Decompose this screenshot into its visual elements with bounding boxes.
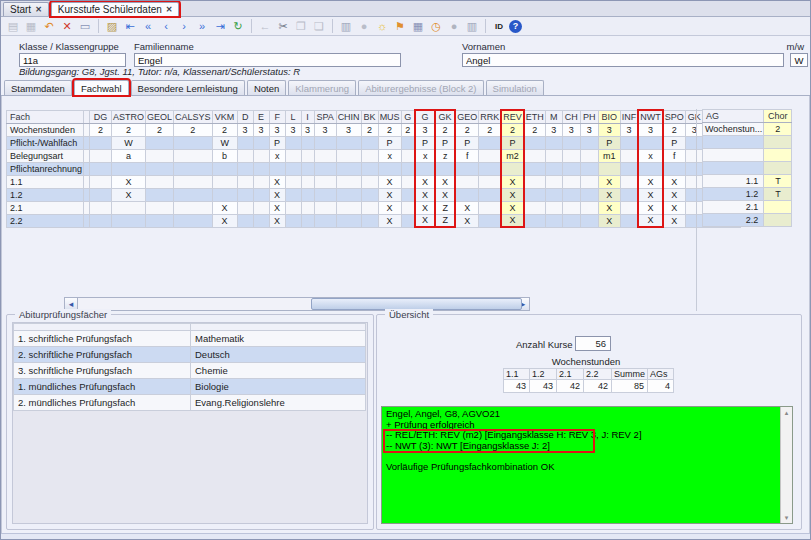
abitur-fach-value[interactable]: Mathematik xyxy=(191,331,366,347)
course-cell[interactable] xyxy=(545,149,562,162)
course-cell[interactable]: X xyxy=(663,175,686,188)
course-cell[interactable]: 2 xyxy=(663,123,686,136)
course-cell[interactable]: 2 xyxy=(90,123,112,136)
course-cell[interactable] xyxy=(401,188,415,201)
ag-cell[interactable] xyxy=(764,149,792,162)
course-cell[interactable] xyxy=(301,201,314,214)
course-cell[interactable] xyxy=(212,162,237,175)
doc-tab-kursstufe-sch-lerdaten[interactable]: Kursstufe Schülerdaten✕ xyxy=(51,2,180,16)
course-cell[interactable]: X xyxy=(415,188,435,201)
course-cell[interactable]: X xyxy=(378,188,401,201)
course-cell[interactable]: z xyxy=(435,149,455,162)
course-cell[interactable] xyxy=(620,162,638,175)
course-cell[interactable]: P xyxy=(378,136,401,149)
course-cell[interactable] xyxy=(314,201,336,214)
course-cell[interactable] xyxy=(401,136,415,149)
course-cell[interactable]: x xyxy=(269,149,285,162)
course-cell[interactable] xyxy=(237,188,253,201)
course-cell[interactable]: P xyxy=(501,136,524,149)
course-cell[interactable] xyxy=(90,214,112,227)
course-cell[interactable] xyxy=(237,175,253,188)
course-cell[interactable]: 3 xyxy=(253,123,269,136)
course-cell[interactable] xyxy=(285,162,301,175)
course-cell[interactable] xyxy=(361,136,378,149)
course-cell[interactable]: X xyxy=(638,175,663,188)
course-cell[interactable] xyxy=(285,136,301,149)
course-cell[interactable]: X xyxy=(212,214,237,227)
course-cell[interactable] xyxy=(361,175,378,188)
course-cell[interactable] xyxy=(112,201,146,214)
course-cell[interactable] xyxy=(112,162,146,175)
course-cell[interactable] xyxy=(685,149,703,162)
course-cell[interactable] xyxy=(580,136,598,149)
course-cell[interactable]: X xyxy=(663,188,686,201)
course-cell[interactable]: 2 xyxy=(435,123,455,136)
ag-cell[interactable] xyxy=(764,214,792,227)
course-cell[interactable]: 2 xyxy=(212,123,237,136)
course-cell[interactable]: b xyxy=(212,149,237,162)
course-cell[interactable] xyxy=(90,201,112,214)
course-cell[interactable] xyxy=(90,149,112,162)
course-cell[interactable] xyxy=(253,188,269,201)
course-cell[interactable] xyxy=(90,162,112,175)
course-cell[interactable] xyxy=(253,149,269,162)
course-cell[interactable] xyxy=(361,214,378,227)
course-cell[interactable]: 2 xyxy=(146,123,174,136)
course-cell[interactable] xyxy=(598,162,620,175)
course-cell[interactable]: X xyxy=(378,175,401,188)
course-cell[interactable] xyxy=(562,201,580,214)
course-cell[interactable]: 3 xyxy=(545,123,562,136)
course-cell[interactable] xyxy=(580,214,598,227)
save-icon[interactable]: ▦ xyxy=(23,19,39,34)
course-cell[interactable]: P xyxy=(663,136,686,149)
course-cell[interactable] xyxy=(301,188,314,201)
course-cell[interactable] xyxy=(237,162,253,175)
course-cell[interactable]: X xyxy=(598,201,620,214)
course-cell[interactable] xyxy=(479,201,502,214)
course-cell[interactable] xyxy=(361,201,378,214)
course-cell[interactable] xyxy=(336,188,361,201)
course-cell[interactable] xyxy=(314,214,336,227)
status-vscrollbar[interactable]: ▴ ▾ xyxy=(780,407,792,523)
course-cell[interactable]: X xyxy=(638,214,663,227)
course-cell[interactable] xyxy=(401,149,415,162)
course-cell[interactable] xyxy=(562,136,580,149)
tab-stammdaten[interactable]: Stammdaten xyxy=(4,80,72,95)
course-cell[interactable]: X xyxy=(435,188,455,201)
course-cell[interactable] xyxy=(336,201,361,214)
course-cell[interactable]: 3 xyxy=(285,123,301,136)
course-cell[interactable] xyxy=(174,201,213,214)
course-cell[interactable] xyxy=(336,136,361,149)
course-cell[interactable] xyxy=(401,201,415,214)
course-cell[interactable] xyxy=(237,149,253,162)
course-cell[interactable] xyxy=(212,175,237,188)
id-icon[interactable]: ID xyxy=(491,19,507,34)
bulb-icon[interactable]: ☼ xyxy=(374,19,390,34)
course-cell[interactable] xyxy=(301,162,314,175)
course-cell[interactable]: X xyxy=(212,201,237,214)
horn-icon[interactable]: ⚑ xyxy=(392,19,408,34)
course-cell[interactable] xyxy=(174,188,213,201)
course-cell[interactable]: 3 xyxy=(336,123,361,136)
course-cell[interactable] xyxy=(237,201,253,214)
last-record-icon[interactable]: ⇥ xyxy=(212,19,228,34)
course-cell[interactable]: P xyxy=(435,136,455,149)
course-cell[interactable] xyxy=(562,149,580,162)
doc-tab-start[interactable]: Start✕ xyxy=(3,2,49,16)
course-cell[interactable] xyxy=(285,149,301,162)
course-cell[interactable] xyxy=(545,136,562,149)
course-cell[interactable]: x xyxy=(638,149,663,162)
course-cell[interactable] xyxy=(455,162,479,175)
course-cell[interactable] xyxy=(455,175,479,188)
course-cell[interactable]: X xyxy=(378,214,401,227)
new-record-icon[interactable]: ▤ xyxy=(5,19,21,34)
course-cell[interactable] xyxy=(314,149,336,162)
course-cell[interactable] xyxy=(361,188,378,201)
course-cell[interactable]: f xyxy=(663,149,686,162)
course-cell[interactable] xyxy=(435,162,455,175)
course-cell[interactable] xyxy=(685,188,703,201)
course-cell[interactable]: P xyxy=(455,136,479,149)
course-cell[interactable]: W xyxy=(112,136,146,149)
course-cell[interactable] xyxy=(620,214,638,227)
disc-icon[interactable]: ● xyxy=(446,19,462,34)
